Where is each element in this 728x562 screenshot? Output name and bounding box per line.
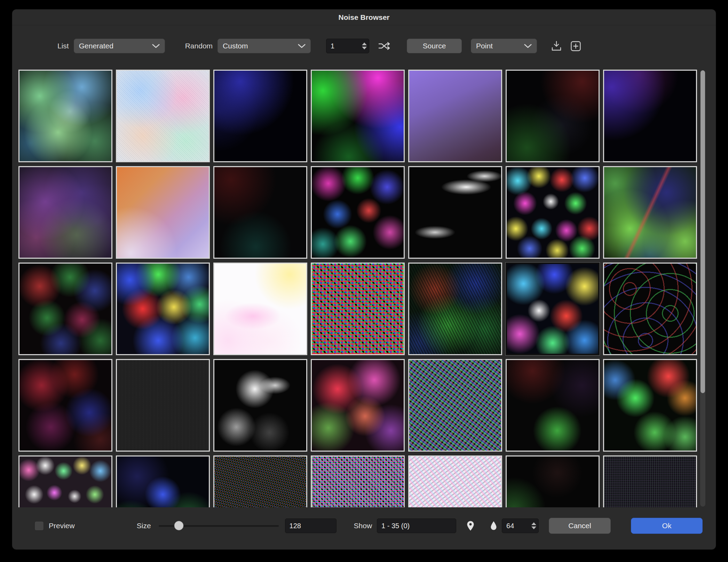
count-stepper-arrows[interactable] <box>362 39 367 53</box>
noise-thumbnail-image <box>214 71 306 161</box>
droplet-icon <box>490 521 498 531</box>
noise-thumbnail-image <box>19 264 111 354</box>
noise-thumbnail-5[interactable] <box>408 70 502 162</box>
noise-thumbnail-image <box>312 71 404 161</box>
noise-thumbnail-image <box>312 167 404 258</box>
noise-thumbnail-image <box>117 264 209 354</box>
noise-thumbnail-image <box>117 167 209 258</box>
noise-thumbnail-image <box>409 264 501 354</box>
show-range-field[interactable]: 1 - 35 (0) <box>377 518 456 533</box>
noise-thumbnail-10[interactable] <box>213 166 307 259</box>
size-slider-thumb[interactable] <box>174 521 184 530</box>
noise-thumbnail-20[interactable] <box>506 263 600 355</box>
size-label: Size <box>137 522 151 530</box>
noise-thumbnail-16[interactable] <box>116 263 210 355</box>
noise-thumbnail-34[interactable] <box>506 455 600 507</box>
noise-thumbnail-28[interactable] <box>603 359 697 452</box>
noise-thumbnail-image <box>19 167 111 258</box>
random-dropdown-value: Custom <box>223 42 248 50</box>
noise-thumbnail-image <box>312 264 404 354</box>
noise-thumbnail-17[interactable] <box>213 263 307 355</box>
ok-button-label: Ok <box>662 522 672 530</box>
noise-thumbnail-8[interactable] <box>18 166 112 259</box>
noise-thumbnail-9[interactable] <box>116 166 210 259</box>
footer-bar: Preview Size 128 Show 1 - 35 (0) 64 <box>12 507 716 546</box>
noise-thumbnail-12[interactable] <box>408 166 502 259</box>
noise-thumbnail-11[interactable] <box>311 166 405 259</box>
list-dropdown[interactable]: Generated <box>74 39 165 53</box>
noise-thumbnail-image <box>214 456 306 507</box>
download-button[interactable] <box>551 41 562 51</box>
cancel-button-label: Cancel <box>568 522 591 530</box>
noise-thumbnail-25[interactable] <box>311 359 405 452</box>
noise-thumbnail-13[interactable] <box>506 166 600 259</box>
add-noise-button[interactable] <box>570 41 581 52</box>
ok-button[interactable]: Ok <box>631 518 703 534</box>
titlebar: Noise Browser <box>12 9 716 25</box>
noise-thumbnail-image <box>117 456 209 507</box>
noise-thumbnail-image <box>604 360 696 451</box>
source-button-label: Source <box>423 42 446 50</box>
noise-thumbnail-1[interactable] <box>18 70 112 162</box>
point-dropdown[interactable]: Point <box>471 39 537 53</box>
noise-thumbnail-32[interactable] <box>311 455 405 507</box>
noise-thumbnail-27[interactable] <box>506 359 600 452</box>
noise-thumbnail-image <box>604 71 696 161</box>
noise-thumbnail-22[interactable] <box>18 359 112 452</box>
noise-thumbnail-6[interactable] <box>506 70 600 162</box>
noise-thumbnail-3[interactable] <box>213 70 307 162</box>
noise-grid <box>18 70 697 507</box>
source-button[interactable]: Source <box>407 39 462 53</box>
grid-scrollbar-thumb[interactable] <box>701 70 705 393</box>
strength-value: 64 <box>506 522 514 530</box>
preview-checkbox[interactable] <box>34 521 44 531</box>
noise-thumbnail-15[interactable] <box>18 263 112 355</box>
chevron-down-icon <box>298 44 306 48</box>
cancel-button[interactable]: Cancel <box>549 518 611 534</box>
noise-thumbnail-image <box>507 264 598 354</box>
location-pin-icon <box>466 520 475 531</box>
size-slider[interactable] <box>159 521 279 531</box>
noise-thumbnail-7[interactable] <box>603 70 697 162</box>
noise-thumbnail-23[interactable] <box>116 359 210 452</box>
toolbar: List Generated Random Custom 1 <box>12 25 716 62</box>
noise-thumbnail-26[interactable] <box>408 359 502 452</box>
noise-thumbnail-4[interactable] <box>311 70 405 162</box>
stepper-down-icon[interactable] <box>531 526 536 529</box>
noise-thumbnail-24[interactable] <box>213 359 307 452</box>
noise-thumbnail-2[interactable] <box>116 70 210 162</box>
list-dropdown-value: Generated <box>79 42 113 50</box>
noise-thumbnail-image <box>604 264 696 354</box>
random-dropdown[interactable]: Custom <box>217 39 311 53</box>
noise-thumbnail-image <box>117 360 209 451</box>
shuffle-button[interactable] <box>378 41 391 50</box>
stepper-up-icon[interactable] <box>531 522 536 525</box>
list-label: List <box>57 42 69 50</box>
noise-thumbnail-18[interactable] <box>311 263 405 355</box>
noise-thumbnail-31[interactable] <box>213 455 307 507</box>
noise-thumbnail-33[interactable] <box>408 455 502 507</box>
strength-stepper-arrows[interactable] <box>531 519 536 533</box>
noise-thumbnail-14[interactable] <box>603 166 697 259</box>
show-range-value: 1 - 35 (0) <box>381 522 410 530</box>
stepper-down-icon[interactable] <box>362 47 367 49</box>
noise-thumbnail-35[interactable] <box>603 455 697 507</box>
noise-thumbnail-19[interactable] <box>408 263 502 355</box>
noise-thumbnail-image <box>312 456 404 507</box>
stepper-up-icon[interactable] <box>362 42 367 45</box>
noise-thumbnail-29[interactable] <box>18 455 112 507</box>
count-stepper[interactable]: 1 <box>326 39 369 53</box>
size-value: 128 <box>290 522 301 530</box>
show-label: Show <box>354 522 372 530</box>
size-value-field[interactable]: 128 <box>285 518 337 533</box>
noise-thumbnail-image <box>409 456 501 507</box>
noise-thumbnail-image <box>214 360 306 451</box>
random-label: Random <box>185 42 213 50</box>
noise-thumbnail-30[interactable] <box>116 455 210 507</box>
position-pin-button[interactable] <box>466 520 475 531</box>
noise-thumbnail-image <box>312 360 404 451</box>
grid-scrollbar[interactable] <box>700 70 705 507</box>
noise-thumbnail-image <box>409 360 501 451</box>
noise-thumbnail-21[interactable] <box>603 263 697 355</box>
strength-stepper[interactable]: 64 <box>502 518 539 533</box>
